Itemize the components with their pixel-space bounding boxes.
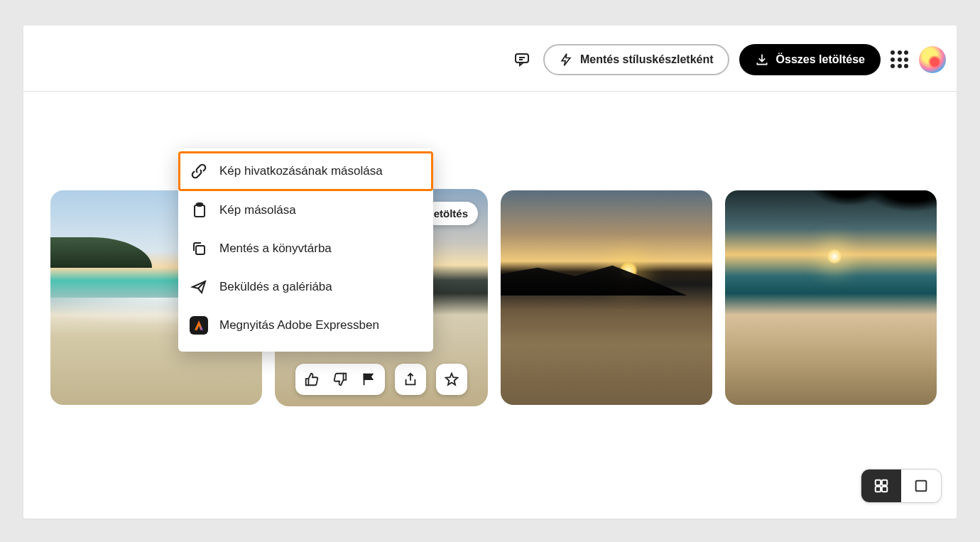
clipboard-icon xyxy=(190,201,208,219)
flag-icon[interactable] xyxy=(361,372,376,387)
download-all-label: Összes letöltése xyxy=(776,53,865,66)
svg-rect-10 xyxy=(916,481,927,492)
save-styleset-label: Mentés stíluskészletként xyxy=(580,53,714,66)
adobe-express-icon xyxy=(190,316,208,335)
image-thumbnail[interactable] xyxy=(725,190,937,405)
copy-icon xyxy=(190,239,208,258)
share-button[interactable] xyxy=(395,364,426,395)
link-icon xyxy=(190,162,208,180)
menu-item-label: Mentés a könyvtárba xyxy=(219,242,332,256)
rating-cluster xyxy=(295,364,385,395)
send-icon xyxy=(190,278,208,296)
view-toggle xyxy=(861,469,942,503)
menu-item-label: Kép másolása xyxy=(219,203,296,217)
favorite-button[interactable] xyxy=(436,364,467,395)
svg-rect-6 xyxy=(876,480,881,485)
svg-rect-8 xyxy=(876,487,881,492)
thumbnail-actions xyxy=(275,364,488,395)
thumbs-up-icon[interactable] xyxy=(304,372,320,387)
menu-submit-gallery[interactable]: Beküldés a galériába xyxy=(178,268,433,306)
download-all-button[interactable]: Összes letöltése xyxy=(739,44,881,75)
svg-rect-5 xyxy=(196,246,205,254)
toolbar-divider xyxy=(23,91,957,92)
grid-view-button[interactable] xyxy=(861,470,901,502)
avatar[interactable] xyxy=(919,46,946,73)
single-view-button[interactable] xyxy=(901,470,941,502)
svg-rect-7 xyxy=(882,480,887,485)
menu-open-express[interactable]: Megnyitás Adobe Expressben xyxy=(178,306,433,345)
menu-item-label: Megnyitás Adobe Expressben xyxy=(219,318,379,332)
thumbs-down-icon[interactable] xyxy=(332,372,348,387)
menu-copy-link[interactable]: Kép hivatkozásának másolása xyxy=(178,151,433,191)
context-menu: Kép hivatkozásának másolása Kép másolása… xyxy=(178,148,433,352)
menu-item-label: Kép hivatkozásának másolása xyxy=(219,164,383,178)
save-styleset-button[interactable]: Mentés stíluskészletként xyxy=(543,44,729,75)
menu-save-library[interactable]: Mentés a könyvtárba xyxy=(178,229,433,268)
app-switcher-icon[interactable] xyxy=(891,50,909,69)
download-pill-label: etöltés xyxy=(434,207,468,219)
top-toolbar: Mentés stíluskészletként Összes letöltés… xyxy=(513,44,946,75)
menu-item-label: Beküldés a galériába xyxy=(219,280,332,294)
menu-copy-image[interactable]: Kép másolása xyxy=(178,191,433,229)
feedback-icon[interactable] xyxy=(513,51,530,68)
svg-rect-3 xyxy=(195,205,205,217)
svg-rect-9 xyxy=(882,487,887,492)
image-thumbnail[interactable] xyxy=(501,190,712,405)
